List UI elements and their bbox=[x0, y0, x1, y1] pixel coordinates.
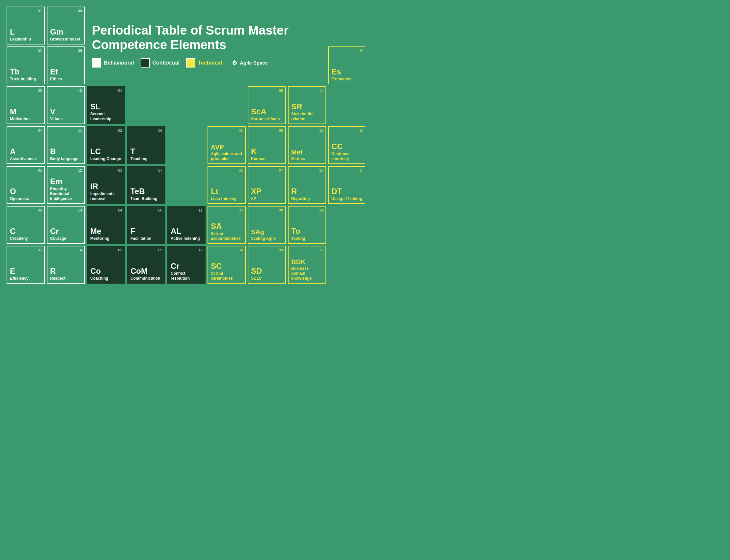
cell-L-num: 01 bbox=[38, 9, 42, 13]
cell-L-abbr: L bbox=[10, 28, 42, 36]
cell-TeB: 07 TeB Team Building bbox=[127, 166, 165, 204]
cell-L: 01 L Leadership bbox=[7, 7, 45, 44]
main-container: 01 L Leadership 08 Gm Growth mindset Per… bbox=[7, 7, 362, 284]
cell-TeB-num: 07 bbox=[158, 168, 162, 172]
gear-icon: ⚙ bbox=[232, 59, 237, 67]
cell-CoM: 09 CoM Communication bbox=[127, 246, 165, 284]
cell-SC-name: Scrum ceremonies bbox=[211, 271, 242, 281]
cell-Em: 12 Em Empathy Emotional Intelligence bbox=[47, 166, 85, 204]
cell-SC: 04 SC Scrum ceremonies bbox=[208, 246, 246, 284]
cell-SD: 09 SD SDLC bbox=[248, 246, 286, 284]
cell-Cr-conf-abbr: Cr bbox=[171, 262, 202, 270]
legend-white-box bbox=[92, 58, 101, 68]
cell-SD-num: 09 bbox=[279, 248, 283, 252]
cell-CC-name: Customer centricity bbox=[331, 152, 363, 161]
cell-XP: 07 XP XP bbox=[248, 166, 286, 204]
cell-BDK-abbr: BDK bbox=[291, 258, 323, 266]
cell-A-name: Assertiveness bbox=[10, 156, 42, 161]
empty-r4c5 bbox=[167, 126, 206, 164]
cell-SA-name: Scrum accountabilities bbox=[211, 231, 242, 241]
cell-XP-num: 07 bbox=[279, 168, 283, 172]
cell-SL-num: 01 bbox=[118, 89, 122, 93]
cell-V: 10 V Values bbox=[47, 86, 85, 124]
cell-SC-num: 04 bbox=[239, 248, 243, 252]
cell-O-abbr: O bbox=[10, 187, 42, 196]
cell-R-reporting: 13 R Reporting bbox=[288, 166, 326, 204]
cell-Em-abbr: Em bbox=[50, 177, 82, 186]
legend-yellow-box bbox=[186, 58, 195, 68]
legend-contextual: Contextual bbox=[141, 58, 180, 68]
cell-R-rep-name: Reporting bbox=[291, 196, 323, 201]
cell-AL: 11 AL Active listening bbox=[167, 206, 206, 244]
cell-TeB-name: Team Building bbox=[130, 196, 162, 201]
cell-Lt: 02 Lt Lean thinking bbox=[208, 166, 246, 204]
cell-CoM-name: Communication bbox=[130, 276, 162, 281]
cell-To-num: 14 bbox=[319, 208, 323, 212]
cell-M-abbr: M bbox=[10, 107, 42, 116]
cell-Met: 12 Met Metrics bbox=[288, 126, 326, 164]
cell-C-num: 06 bbox=[38, 208, 42, 212]
cell-Co: 05 Co Coaching bbox=[87, 246, 125, 284]
cell-SR-abbr: SR bbox=[291, 102, 323, 111]
cell-To-name: Tooling bbox=[291, 236, 323, 241]
cell-AL-name: Active listening bbox=[171, 236, 202, 241]
cell-Em-name: Empathy Emotional Intelligence bbox=[50, 186, 82, 201]
cell-Es: 10 Es Estimation bbox=[328, 46, 365, 84]
cell-Lt-num: 02 bbox=[239, 168, 243, 172]
cell-IR-num: 03 bbox=[118, 168, 122, 172]
cell-XP-abbr: XP bbox=[251, 187, 283, 196]
cell-SA-abbr: SA bbox=[211, 222, 242, 231]
cell-LC-abbr: LC bbox=[90, 147, 122, 156]
cell-SR: 11 SR Stakeholder relation bbox=[288, 86, 326, 124]
cell-Et-name: Ethics bbox=[50, 77, 82, 82]
cell-B-abbr: B bbox=[50, 147, 82, 156]
cell-DT-num: 17 bbox=[359, 168, 363, 172]
cell-F-num: 08 bbox=[158, 208, 162, 212]
cell-SA: 03 SA Scrum accountabilities bbox=[208, 206, 246, 244]
cell-K-num: 06 bbox=[279, 128, 283, 132]
cell-DT-abbr: DT bbox=[331, 187, 363, 196]
cell-TeB-abbr: TeB bbox=[130, 187, 162, 196]
header-area: Periodical Table of Scrum Master Compete… bbox=[87, 7, 365, 84]
cell-T-name: Teaching bbox=[130, 156, 162, 161]
cell-SC-abbr: SC bbox=[211, 262, 242, 270]
cell-AVP: 01 AVP Agile values and principles bbox=[208, 126, 246, 164]
cell-Met-abbr: Met bbox=[291, 149, 323, 156]
cell-Em-num: 12 bbox=[78, 168, 82, 172]
cell-Lt-name: Lean thinking bbox=[211, 196, 242, 201]
cell-IR-abbr: IR bbox=[90, 182, 122, 191]
legend-contextual-label: Contextual bbox=[153, 60, 180, 66]
legend-technical-label: Technical bbox=[198, 60, 222, 66]
cell-Me: 04 Me Mentoring bbox=[87, 206, 125, 244]
brand-name: Agile Space bbox=[240, 60, 268, 66]
cell-AVP-num: 01 bbox=[239, 128, 243, 132]
cell-AL-num: 11 bbox=[199, 208, 203, 212]
cell-O: 05 O Openness bbox=[7, 166, 45, 204]
cell-R-rep-abbr: R bbox=[291, 187, 323, 196]
cell-ScA-name: Scrum artifacts bbox=[251, 117, 283, 122]
cell-M: 03 M Motivation bbox=[7, 86, 45, 124]
cell-Tb-num: 02 bbox=[38, 49, 42, 53]
cell-Tb-abbr: Tb bbox=[10, 68, 42, 76]
cell-T: 06 T Teaching bbox=[127, 126, 165, 164]
cell-T-num: 06 bbox=[158, 128, 162, 132]
cell-R-rep-num: 13 bbox=[319, 168, 323, 172]
cell-Me-abbr: Me bbox=[90, 227, 122, 236]
cell-R-respect: 14 R Respect bbox=[47, 246, 85, 284]
cell-Me-name: Mentoring bbox=[90, 236, 122, 241]
cell-M-num: 03 bbox=[38, 89, 42, 93]
cell-C: 06 C Creativity bbox=[7, 206, 45, 244]
cell-BDK-num: 15 bbox=[319, 248, 323, 252]
cell-Met-num: 12 bbox=[319, 128, 323, 132]
cell-Et-abbr: Et bbox=[50, 68, 82, 76]
cell-L-name: Leadership bbox=[10, 37, 42, 42]
cell-Cr-cour-abbr: Cr bbox=[50, 227, 82, 236]
cell-CC-num: 16 bbox=[359, 128, 363, 132]
legend-behavioural-label: Behavioural bbox=[104, 60, 134, 66]
cell-Lt-abbr: Lt bbox=[211, 187, 242, 196]
legend-behavioural: Behavioural bbox=[92, 58, 134, 68]
cell-Co-num: 05 bbox=[118, 248, 122, 252]
cell-F-abbr: F bbox=[130, 227, 162, 236]
cell-DT: 17DTDesign Thinking bbox=[328, 166, 365, 204]
cell-CoM-num: 09 bbox=[158, 248, 162, 252]
